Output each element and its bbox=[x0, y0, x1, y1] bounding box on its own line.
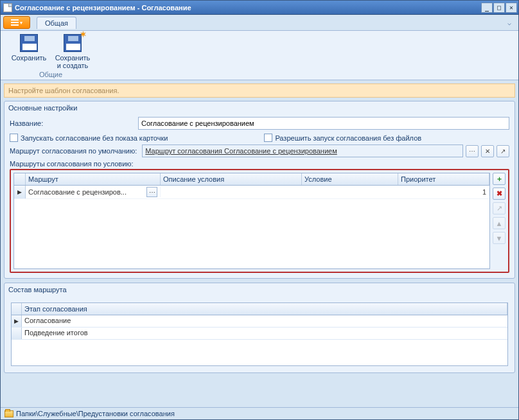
save-button[interactable]: Сохранить bbox=[10, 33, 48, 69]
statusbar: Папки\Служебные\Предустановки согласован… bbox=[1, 407, 518, 419]
window-title: Согласование с рецензированием - Согласо… bbox=[15, 4, 481, 12]
document-icon bbox=[3, 3, 12, 12]
move-up-button: ▲ bbox=[493, 217, 506, 229]
col-route[interactable]: Маршрут bbox=[26, 173, 161, 185]
grid-corner bbox=[12, 303, 22, 315]
name-label: Название: bbox=[10, 119, 138, 127]
open-row-button: ↗ bbox=[493, 202, 506, 214]
col-stage[interactable]: Этап согласования bbox=[22, 303, 507, 315]
routes-grid[interactable]: Маршрут Описание условия Условие Приорит… bbox=[13, 173, 490, 269]
menu-icon bbox=[11, 19, 19, 26]
default-route-field[interactable]: Маршрут согласования Согласование с реце… bbox=[142, 144, 463, 157]
save-label: Сохранить bbox=[12, 54, 47, 62]
route-picker-button[interactable]: ⋯ bbox=[466, 145, 479, 157]
chk-allow-without-files[interactable]: Разрешить запуск согласования без файлов bbox=[264, 134, 421, 142]
table-row[interactable]: ▶ Согласование с рецензиров... ⋯ 1 bbox=[14, 186, 489, 199]
col-condition[interactable]: Условие bbox=[302, 173, 398, 185]
ribbon: ▾ Общая ⌵ Сохранить Сохранить и создать … bbox=[1, 15, 518, 80]
name-field[interactable] bbox=[138, 117, 509, 130]
route-open-button[interactable]: ↗ bbox=[497, 145, 509, 157]
cell-picker-button[interactable]: ⋯ bbox=[146, 187, 157, 197]
minimize-button[interactable]: _ bbox=[481, 3, 493, 13]
table-row[interactable]: ▶ Согласование bbox=[12, 315, 507, 328]
save-icon bbox=[20, 34, 38, 52]
grid-corner bbox=[14, 173, 26, 185]
titlebar: Согласование с рецензированием - Согласо… bbox=[1, 1, 518, 15]
routes-by-condition-label: Маршруты согласования по условию: bbox=[10, 160, 509, 168]
checkbox-icon bbox=[264, 134, 272, 142]
routes-grid-container: Маршрут Описание условия Условие Приорит… bbox=[10, 169, 509, 273]
route-clear-button[interactable]: ✕ bbox=[481, 145, 494, 157]
ribbon-group-label: Общие bbox=[39, 71, 62, 78]
add-row-button[interactable]: ＋ bbox=[493, 173, 506, 185]
save-create-icon bbox=[64, 34, 82, 52]
panel-route-composition: Состав маршрута Этап согласования ▶ Согл… bbox=[4, 283, 515, 373]
panel-route-title: Состав маршрута bbox=[4, 283, 515, 296]
checkbox-icon bbox=[10, 134, 18, 142]
folder-icon bbox=[4, 410, 13, 417]
col-priority[interactable]: Приоритет bbox=[398, 173, 489, 185]
col-condition-desc[interactable]: Описание условия bbox=[161, 173, 302, 185]
save-and-create-button[interactable]: Сохранить и создать bbox=[53, 33, 92, 69]
stages-grid[interactable]: Этап согласования ▶ Согласование Подведе… bbox=[11, 302, 508, 366]
save-create-label: Сохранить и создать bbox=[53, 54, 92, 69]
table-row[interactable]: Подведение итогов bbox=[12, 328, 507, 340]
chevron-down-icon: ▾ bbox=[20, 20, 22, 26]
panel-main-title: Основные настройки bbox=[4, 101, 515, 114]
row-indicator-icon: ▶ bbox=[12, 315, 22, 327]
default-route-label: Маршрут согласования по умолчанию: bbox=[10, 147, 137, 155]
app-menu-button[interactable]: ▾ bbox=[3, 16, 30, 29]
move-down-button: ▼ bbox=[493, 232, 506, 244]
row-indicator-icon: ▶ bbox=[14, 186, 26, 198]
chk-launch-without-card[interactable]: Запускать согласование без показа карточ… bbox=[10, 134, 168, 142]
collapse-ribbon-button[interactable]: ⌵ bbox=[504, 17, 515, 28]
maximize-button[interactable]: □ bbox=[493, 3, 505, 13]
breadcrumb[interactable]: Папки\Служебные\Предустановки согласован… bbox=[16, 410, 175, 417]
panel-main-settings: Основные настройки Название: Запускать с… bbox=[4, 101, 515, 279]
hint-bar: Настройте шаблон согласования. bbox=[4, 83, 515, 98]
delete-row-button[interactable]: ✖ bbox=[493, 188, 506, 200]
tab-general[interactable]: Общая bbox=[37, 17, 76, 29]
close-button[interactable]: ✕ bbox=[506, 3, 517, 13]
